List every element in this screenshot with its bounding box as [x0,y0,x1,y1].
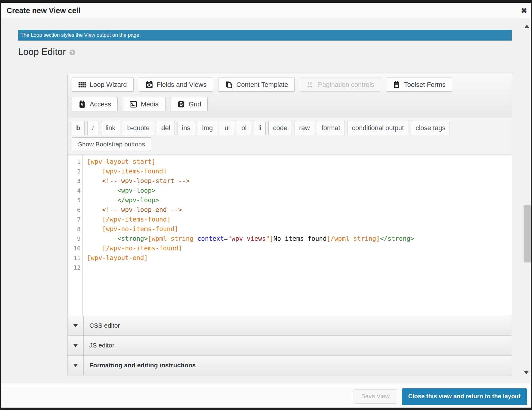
line-number: 2 [68,167,82,176]
quicktag-format-button[interactable]: format [317,121,345,135]
toolbar-button-toolset-forms[interactable]: Toolset Forms [386,78,452,92]
loop-section-notice: The Loop section styles the View output … [18,30,512,41]
triangle-down-icon [73,344,78,347]
line-number: 8 [68,224,82,234]
line-number: 3 [68,176,82,186]
code-line: [/wpv-no-items-found] [87,243,414,253]
quicktag-raw-button[interactable]: raw [295,121,314,135]
quicktag-del-button[interactable]: del [157,121,175,135]
code-line: <!-- wpv-loop-end --> [87,205,414,215]
quicktag-li-button[interactable]: li [254,121,266,135]
code-line: <!-- wpv-loop-start --> [87,176,414,186]
code-line: [wpv-no-items-found] [87,224,414,234]
code-content[interactable]: [wpv-layout-start] [wpv-items-found] <!-… [83,155,414,316]
collapse-toggle[interactable] [68,356,84,375]
dialog-frame-left [0,0,1,410]
forms-icon [393,81,401,89]
scrollbar[interactable] [523,19,531,383]
scrollbar-thumb[interactable] [524,205,531,262]
triangle-down-icon [73,364,78,367]
code-line: [/wpv-items-found] [87,215,414,224]
quicktag-code-button[interactable]: code [268,121,292,135]
collapse-toggle[interactable] [68,316,84,335]
line-number: 10 [68,243,82,253]
quicktag-link-button[interactable]: link [101,121,120,135]
accordion-formatting-and-editing-instructions[interactable]: Formatting and editing instructions [68,355,512,375]
accordion-label: CSS editor [84,316,120,335]
toolbar-button-content-template[interactable]: Content Template [218,78,295,92]
toolbar-button-fields-and-views[interactable]: Fields and Views [139,78,213,92]
toolbar-button-label: Content Template [236,81,288,89]
line-number: 5 [68,195,82,205]
quicktag-ol-button[interactable]: ol [237,121,251,135]
dialog-frame-top [0,0,532,3]
code-line [87,263,414,272]
line-number: 6 [68,205,82,215]
quicktag-b-button[interactable]: b [72,121,85,135]
quicktag-ins-button[interactable]: ins [178,121,195,135]
line-number: 11 [68,253,82,263]
code-line: <strong>[wpml-string context="wpv-views"… [87,234,414,243]
notice-text: The Loop section styles the View output … [20,32,141,38]
code-line: <wpv-loop> [87,186,414,195]
toolbar-button-label: Access [90,100,111,108]
code-editor[interactable]: 123456789101112 [wpv-layout-start] [wpv-… [68,155,512,316]
toolbar-button-pagination-controls[interactable]: 19Pagination controls [300,78,381,92]
svg-text:19: 19 [308,81,312,85]
views-eye-icon [145,81,153,89]
dialog-titlebar: Create new View cell ✖ [1,3,531,19]
triangle-down-icon [73,324,78,327]
content-bottom-strip [1,383,531,385]
toolbar-button-label: Pagination controls [318,81,374,89]
pagination-icon: 19 [306,81,314,89]
quicktags-toolbar: bilinkb-quotedelinsimgulollicoderawforma… [68,118,512,155]
dialog-title: Create new View cell [7,3,81,18]
code-line: [wpv-layout-end] [87,253,414,263]
loop-editor-panel: Loop WizardFields and ViewsContent Templ… [67,74,512,375]
toolbar-button-loop-wizard[interactable]: Loop Wizard [72,78,134,92]
line-number: 9 [68,234,82,243]
toolbar-button-label: Loop Wizard [90,81,127,89]
line-number-gutter: 123456789101112 [68,155,83,316]
quicktag-img-button[interactable]: img [198,121,217,135]
loop-editor-heading: Loop Editor? [18,47,75,57]
code-line: </wpv-loop> [87,195,414,205]
scroll-down-arrow-icon[interactable] [524,371,529,374]
toolbar-button-media[interactable]: Media [123,97,165,111]
toolbar-button-access[interactable]: Access [72,97,118,111]
toolbar-button-label: Media [141,100,159,108]
quicktag-b-quote-button[interactable]: b-quote [123,121,154,135]
quicktag-close-tags-button[interactable]: close tags [411,121,450,135]
accordion-js-editor[interactable]: JS editor [68,335,512,355]
grid-dots-icon [78,81,86,89]
save-view-button[interactable]: Save View [354,389,397,404]
close-view-button[interactable]: Close this view and return to the layout [402,388,527,405]
create-view-cell-dialog: Create new View cell ✖ The Loop section … [0,0,532,410]
collapse-toggle[interactable] [68,336,84,355]
close-icon[interactable]: ✖ [521,3,527,18]
line-number: 1 [68,157,82,167]
toolbar-button-label: Fields and Views [157,81,207,89]
media-image-icon [129,100,137,108]
accordion-label: JS editor [84,336,114,355]
quicktag-ul-button[interactable]: ul [220,121,234,135]
access-lock-icon [78,100,86,108]
accordion-css-editor[interactable]: CSS editor [68,316,512,335]
line-number: 7 [68,215,82,224]
pages-icon [225,81,233,89]
dialog-frame-right [531,0,532,410]
svg-text:B: B [179,102,183,107]
scroll-up-arrow-icon[interactable] [524,25,530,28]
dialog-footer: Save View Close this view and return to … [1,385,531,408]
line-number: 12 [68,263,82,272]
toolbar-button-label: Grid [189,100,201,108]
toolbar-button-grid[interactable]: BGrid [171,97,208,111]
insert-toolbar: Loop WizardFields and ViewsContent Templ… [68,74,512,118]
quicktag-conditional-output-button[interactable]: conditional output [348,121,408,135]
help-icon[interactable]: ? [70,50,75,55]
line-number: 4 [68,186,82,195]
quicktag-i-button[interactable]: i [87,121,98,135]
show-bootstrap-buttons-button[interactable]: Show Bootstrap buttons [72,137,151,151]
toolbar-button-label: Toolset Forms [404,81,446,89]
bootstrap-b-icon: B [177,100,185,108]
